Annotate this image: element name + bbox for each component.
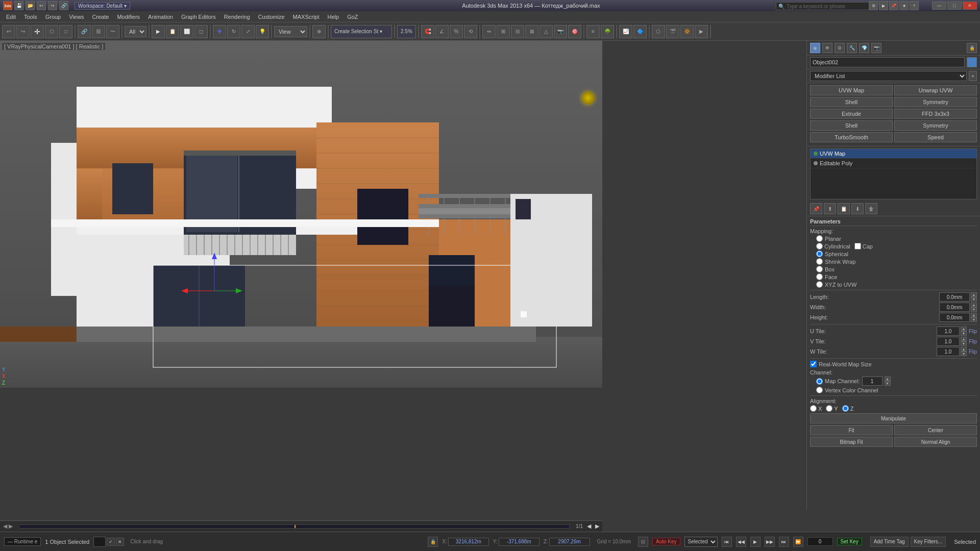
w-tile-input[interactable]: [937, 347, 960, 356]
menu-graph-editors[interactable]: Graph Editors: [177, 13, 220, 21]
u-tile-spin-up[interactable]: ▲: [961, 327, 967, 331]
object-name-input[interactable]: [810, 57, 965, 67]
quick-align-btn[interactable]: ⊟: [511, 25, 524, 38]
toolbar-icon-2[interactable]: 📂: [26, 1, 35, 10]
window-crossing-btn[interactable]: ◻: [194, 25, 208, 38]
auto-key-btn[interactable]: Auto Key: [652, 538, 680, 545]
link-btn[interactable]: 🔗: [78, 25, 91, 38]
add-time-tag-btn[interactable]: Add Time Tag: [870, 537, 909, 547]
key-filters-btn[interactable]: Key Filters...: [911, 537, 946, 547]
snap-toggle-btn[interactable]: 🧲: [421, 25, 434, 38]
align-btn[interactable]: ⊞: [497, 25, 510, 38]
normal-align-btn-2[interactable]: Normal Align: [894, 437, 977, 447]
go-end-btn[interactable]: ⏭: [779, 537, 789, 547]
workspace-dropdown[interactable]: Workspace: Default ▾: [75, 2, 130, 10]
width-input[interactable]: [939, 303, 970, 312]
length-spin-up[interactable]: ▲: [971, 292, 977, 297]
mirror-btn[interactable]: ⇔: [482, 25, 496, 38]
frame-counter-input[interactable]: [807, 537, 833, 546]
modifier-btn-symmetry-2[interactable]: Symmetry: [894, 120, 977, 131]
title-icon-3[interactable]: 📌: [889, 1, 898, 10]
isolate-btn[interactable]: ⊡: [638, 537, 648, 547]
scene-xplorer-btn[interactable]: 🌳: [601, 25, 614, 38]
u-tile-spin-down[interactable]: ▼: [961, 331, 967, 336]
menu-tools[interactable]: Tools: [20, 13, 41, 21]
stack-delete-btn[interactable]: 🗑: [865, 203, 877, 214]
layer-manager-btn[interactable]: ≡: [586, 25, 600, 38]
lasso-select[interactable]: ⬡: [45, 25, 58, 38]
w-tile-spin-down[interactable]: ▼: [961, 352, 967, 356]
z-coord-input[interactable]: [549, 538, 590, 546]
mapping-radio-spherical[interactable]: Spherical: [816, 251, 977, 257]
mapping-radio-box[interactable]: Box: [816, 266, 977, 272]
u-flip-label[interactable]: Flip: [969, 329, 977, 334]
panel-lock-btn[interactable]: 🔒: [967, 43, 977, 53]
fit-btn[interactable]: Fit: [810, 425, 893, 435]
redo-button[interactable]: ↪: [16, 25, 30, 38]
modifier-btn-unwrap[interactable]: Unwrap UVW: [894, 85, 977, 95]
select-region-btn[interactable]: ⬜: [180, 25, 193, 38]
panel-icon-display[interactable]: ◉: [810, 43, 820, 53]
percent-snap-toggle[interactable]: %: [450, 25, 463, 38]
pivot-btn[interactable]: ⊕: [312, 25, 326, 38]
stack-active-btn[interactable]: ⬆: [824, 203, 836, 214]
status-mini-x[interactable]: ✕: [116, 538, 124, 546]
play-btn[interactable]: ▶: [750, 537, 761, 547]
angle-snap-btn[interactable]: ∠: [435, 25, 449, 38]
close-button[interactable]: ✕: [963, 2, 977, 10]
title-icon-1[interactable]: ⚙: [869, 1, 878, 10]
modifier-list-arrow[interactable]: ▾: [969, 71, 977, 81]
menu-group[interactable]: Group: [41, 13, 65, 21]
mapping-radio-face[interactable]: Face: [816, 273, 977, 280]
render-type-btn[interactable]: ▶: [695, 25, 708, 38]
modifier-btn-shell-2[interactable]: Shell: [810, 120, 893, 131]
region-select[interactable]: □: [59, 25, 72, 38]
maximize-button[interactable]: □: [947, 2, 962, 10]
menu-animation[interactable]: Animation: [144, 13, 177, 21]
height-spin-down[interactable]: ▼: [971, 317, 977, 322]
undo-button[interactable]: ↩: [2, 25, 15, 38]
menu-edit[interactable]: Edit: [2, 13, 20, 21]
menu-modifiers[interactable]: Modifiers: [113, 13, 144, 21]
realworld-checkbox[interactable]: [810, 361, 817, 367]
stack-item-uvwmap[interactable]: UVW Map: [811, 149, 976, 159]
width-spin-up[interactable]: ▲: [971, 303, 977, 307]
status-text-input[interactable]: [93, 537, 106, 547]
select-object-btn[interactable]: ▶: [152, 25, 165, 38]
reference-coord-dropdown[interactable]: View World Screen Local: [274, 26, 307, 37]
vertex-color-row[interactable]: Vertex Color Channel: [816, 387, 977, 393]
length-input[interactable]: [939, 292, 970, 302]
move-btn[interactable]: ✥: [213, 25, 226, 38]
create-selection-set[interactable]: Create Selection St ▾: [331, 25, 392, 38]
realworld-row[interactable]: Real-World Map Size: [810, 361, 977, 367]
toolbar-icon-4[interactable]: ↪: [48, 1, 57, 10]
curve-editor-btn[interactable]: 📈: [619, 25, 632, 38]
panel-icon-material[interactable]: 💎: [859, 43, 869, 53]
render-scene-btn[interactable]: 🎬: [666, 25, 679, 38]
modifier-list-dropdown[interactable]: Modifier List: [810, 71, 967, 81]
toolbar-icon-3[interactable]: ↩: [37, 1, 46, 10]
select-by-name-btn[interactable]: 📋: [166, 25, 179, 38]
height-input[interactable]: [939, 313, 970, 322]
timeline-track[interactable]: [19, 524, 570, 529]
panel-icon-hierarchy[interactable]: ⚙: [835, 43, 845, 53]
v-flip-label[interactable]: Flip: [969, 339, 977, 344]
rotate-btn[interactable]: ↻: [227, 25, 240, 38]
width-spin-down[interactable]: ▼: [971, 307, 977, 312]
menu-rendering[interactable]: Rendering: [220, 13, 254, 21]
material-editor-btn[interactable]: ⬡: [652, 25, 665, 38]
stack-pin-btn[interactable]: 📌: [810, 203, 822, 214]
auto-key-mode-dropdown[interactable]: Selected: [684, 537, 718, 547]
modifier-btn-extrude[interactable]: Extrude: [810, 109, 893, 119]
play-mode-btn[interactable]: ⏩: [793, 537, 803, 547]
status-lock-icon[interactable]: 🔒: [428, 537, 438, 547]
panel-icon-camera[interactable]: 📷: [871, 43, 881, 53]
mapping-radio-shrinkwrap[interactable]: Shrink Wrap: [816, 258, 977, 265]
center-btn[interactable]: Center: [894, 425, 977, 435]
y-coord-input[interactable]: [499, 538, 540, 546]
minimize-button[interactable]: —: [932, 2, 946, 10]
stack-paste-btn[interactable]: ⬇: [851, 203, 864, 214]
menu-customize[interactable]: Customize: [254, 13, 289, 21]
go-start-btn[interactable]: ⏮: [722, 537, 732, 547]
place-highlight-btn[interactable]: 💡: [256, 25, 269, 38]
